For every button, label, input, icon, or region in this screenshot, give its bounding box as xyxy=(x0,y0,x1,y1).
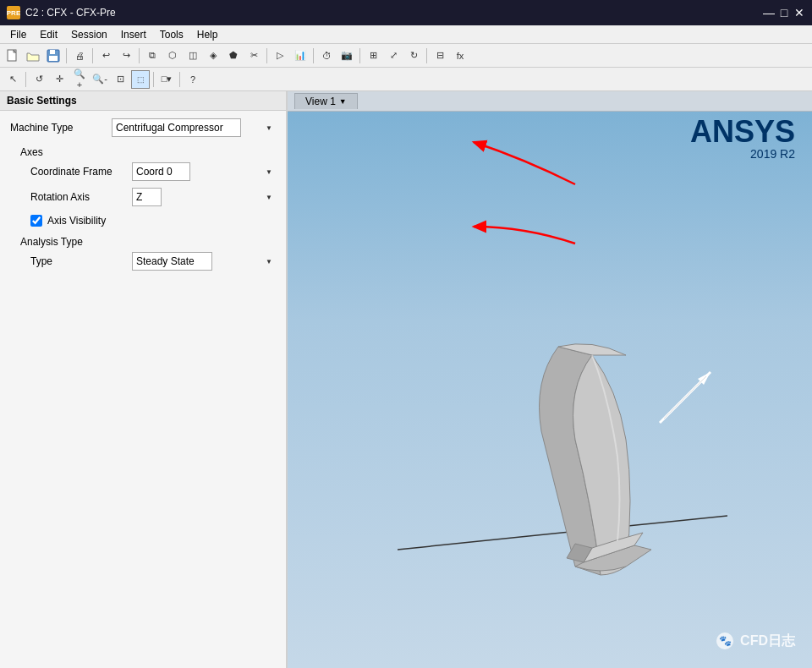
ansys-brand-version: 2019 R2 xyxy=(690,147,795,161)
close-button[interactable]: ✕ xyxy=(793,7,805,19)
viewport: View 1 ▼ ANSYS 2019 R2 xyxy=(288,91,812,668)
watermark-icon: 🐾 xyxy=(715,631,735,651)
open-button[interactable] xyxy=(24,47,42,65)
toolbar-2: ↖ ↺ ✛ 🔍+ 🔍- ⊡ ⬚ □▾ ? xyxy=(0,68,812,91)
sep1 xyxy=(66,48,67,63)
monitor-button[interactable]: 📊 xyxy=(291,47,310,65)
window-title: C2 : CFX - CFX-Pre xyxy=(25,7,116,19)
minimize-button[interactable]: — xyxy=(763,7,775,19)
toolbar-1: 🖨 ↩ ↪ ⧉ ⬡ ◫ ◈ ⬟ ✂ ▷ 📊 ⏱ 📷 ⊞ ⤢ ↻ ⊟ fx xyxy=(0,44,812,68)
transform-button[interactable]: ⤢ xyxy=(384,47,403,65)
left-panel: Basic Settings Machine Type Centrifugal … xyxy=(0,91,288,668)
sep5 xyxy=(313,48,314,63)
sep2 xyxy=(92,48,93,63)
title-bar: PRE C2 : CFX - CFX-Pre — □ ✕ xyxy=(0,0,812,25)
coord-frame-select[interactable]: Coord 0 Coord 1 xyxy=(132,162,190,181)
svg-text:🐾: 🐾 xyxy=(719,634,732,647)
sep7 xyxy=(426,48,427,63)
coord-frame-label: Coordinate Frame xyxy=(30,166,132,178)
coord-frame-wrapper: Coord 0 Coord 1 xyxy=(132,162,276,181)
panel-title: Basic Settings xyxy=(0,91,286,111)
type-wrapper: Steady State Transient xyxy=(132,252,276,271)
view-tab[interactable]: View 1 ▼ xyxy=(294,93,358,109)
cut-button[interactable]: ✂ xyxy=(244,47,263,65)
select-tool[interactable]: ↖ xyxy=(3,70,22,89)
table-button[interactable]: ⊟ xyxy=(431,47,449,65)
sep3 xyxy=(139,48,140,63)
run-button[interactable]: ▷ xyxy=(271,47,289,65)
menu-insert[interactable]: Insert xyxy=(114,27,153,42)
machine-type-wrapper: Centrifugal Compressor Axial Compressor … xyxy=(112,118,276,137)
rotation-axis-row: Rotation Axis Z X Y xyxy=(10,187,276,207)
ansys-logo: ANSYS 2019 R2 xyxy=(690,117,795,161)
rotation-axis-label: Rotation Axis xyxy=(30,191,132,203)
save-button[interactable] xyxy=(44,47,63,65)
view-tab-arrow: ▼ xyxy=(339,97,347,106)
copy-button[interactable]: ⧉ xyxy=(143,47,162,65)
sep10 xyxy=(179,72,180,87)
undo-button[interactable]: ↩ xyxy=(96,47,115,65)
svg-line-4 xyxy=(398,516,727,550)
zoom-fit-tool[interactable]: ⊡ xyxy=(111,70,129,89)
app-icon: PRE xyxy=(7,6,20,19)
menu-edit[interactable]: Edit xyxy=(33,27,64,42)
sep4 xyxy=(266,48,267,63)
rotate-tool[interactable]: ↺ xyxy=(30,70,48,89)
axes-section-header: Axes xyxy=(10,143,276,162)
svg-line-7 xyxy=(664,376,706,419)
box-zoom-tool[interactable]: ⬚ xyxy=(131,70,150,89)
rotation-axis-wrapper: Z X Y xyxy=(132,188,276,206)
mesh-button[interactable]: ⬡ xyxy=(163,47,182,65)
type-label: Type xyxy=(30,255,132,267)
translate-tool[interactable]: ✛ xyxy=(50,70,69,89)
coord-frame-row: Coordinate Frame Coord 0 Coord 1 xyxy=(10,162,276,182)
zoom-in-tool[interactable]: 🔍+ xyxy=(70,70,89,89)
menu-session[interactable]: Session xyxy=(64,27,114,42)
menu-bar: File Edit Session Insert Tools Help xyxy=(0,25,812,44)
main-content: Basic Settings Machine Type Centrifugal … xyxy=(0,91,812,668)
sep9 xyxy=(153,72,154,87)
ansys-brand-name: ANSYS xyxy=(690,117,795,147)
new-button[interactable] xyxy=(3,47,22,65)
machine-type-row: Machine Type Centrifugal Compressor Axia… xyxy=(10,118,276,138)
axis-visibility-row: Axis Visibility xyxy=(10,212,276,229)
material-button[interactable]: ◈ xyxy=(204,47,222,65)
red-arrow-1 xyxy=(423,117,592,201)
menu-file[interactable]: File xyxy=(3,27,33,42)
maximize-button[interactable]: □ xyxy=(778,7,790,19)
sep6 xyxy=(359,48,360,63)
rotation-axis-select[interactable]: Z X Y xyxy=(132,188,162,206)
machine-type-label: Machine Type xyxy=(10,122,112,134)
machine-type-select[interactable]: Centrifugal Compressor Axial Compressor … xyxy=(112,118,241,137)
physics-button[interactable]: ⬟ xyxy=(224,47,243,65)
viewport-header: View 1 ▼ xyxy=(288,91,812,112)
analysis-type-section-header: Analysis Type xyxy=(10,233,276,251)
print-button[interactable]: 🖨 xyxy=(70,47,89,65)
watermark-text: CFD日志 xyxy=(740,632,795,650)
axis-visibility-checkbox[interactable] xyxy=(30,215,42,227)
menu-help[interactable]: Help xyxy=(190,27,225,42)
form-section: Machine Type Centrifugal Compressor Axia… xyxy=(0,111,286,283)
periodic-button[interactable]: ↻ xyxy=(404,47,423,65)
expr-button[interactable]: fx xyxy=(451,47,469,65)
help-tool[interactable]: ? xyxy=(184,70,202,89)
view-tab-label: View 1 xyxy=(305,96,336,107)
snapshot-button[interactable]: 📷 xyxy=(337,47,356,65)
watermark: 🐾 CFD日志 xyxy=(715,631,795,651)
axis-visibility-label: Axis Visibility xyxy=(47,215,106,227)
clock-button[interactable]: ⏱ xyxy=(317,47,336,65)
3d-model xyxy=(389,296,812,617)
svg-rect-2 xyxy=(50,50,55,54)
type-row: Type Steady State Transient xyxy=(10,251,276,271)
render-mode[interactable]: □▾ xyxy=(157,70,176,89)
grid-button[interactable]: ⊞ xyxy=(364,47,382,65)
menu-tools[interactable]: Tools xyxy=(153,27,190,42)
type-select[interactable]: Steady State Transient xyxy=(132,252,212,271)
svg-rect-3 xyxy=(49,56,58,61)
regions-button[interactable]: ◫ xyxy=(184,47,202,65)
redo-button[interactable]: ↪ xyxy=(117,47,135,65)
zoom-out-tool[interactable]: 🔍- xyxy=(91,70,109,89)
sep8 xyxy=(25,72,26,87)
red-arrow-2 xyxy=(423,184,592,269)
window-controls: — □ ✕ xyxy=(763,7,805,19)
